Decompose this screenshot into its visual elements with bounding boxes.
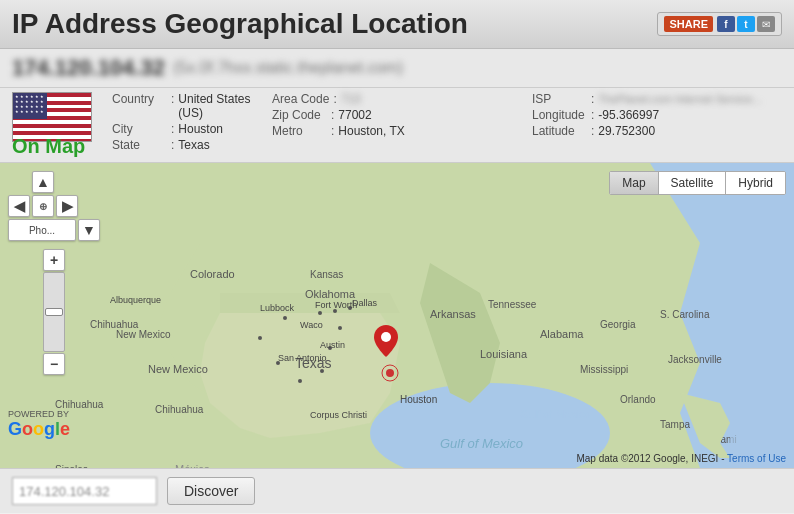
svg-point-27	[338, 326, 342, 330]
map-pin	[374, 325, 398, 361]
zoom-slider: + −	[8, 249, 100, 375]
map-data-text: Map data ©2012 Google, INEGI -	[576, 453, 724, 464]
nav-down-row: Pho... ▼	[8, 219, 100, 241]
terms-of-use-link[interactable]: Terms of Use	[727, 453, 786, 464]
city-value: Houston	[178, 122, 223, 136]
svg-text:Chihuahua: Chihuahua	[155, 404, 204, 415]
svg-text:Sinaloa: Sinaloa	[55, 464, 89, 468]
page-title: IP Address Geographical Location	[12, 8, 468, 40]
longitude-label: Longitude	[532, 108, 587, 122]
svg-point-31	[258, 336, 262, 340]
google-logo: POWERED BY Google	[8, 409, 70, 440]
zoom-thumb[interactable]	[45, 308, 63, 316]
map-footer: Map data ©2012 Google, INEGI - Terms of …	[576, 453, 786, 464]
share-label: SHARE	[664, 16, 713, 32]
on-map-label: On Map	[12, 135, 85, 158]
twitter-icon[interactable]: t	[737, 16, 755, 32]
state-value: Texas	[178, 138, 209, 152]
country-label: Country	[112, 92, 167, 106]
svg-text:Lubbock: Lubbock	[260, 303, 295, 313]
svg-text:México: México	[175, 463, 210, 468]
svg-text:New Mexico: New Mexico	[116, 329, 171, 340]
city-row: City : Houston	[112, 122, 262, 136]
area-code-row: Area Code : 713	[272, 92, 522, 106]
svg-text:Gulf of Mexico: Gulf of Mexico	[520, 408, 590, 420]
powered-by-text: POWERED BY	[8, 409, 69, 419]
photo-button[interactable]: Pho...	[8, 219, 76, 241]
zip-code-label: Zip Code	[272, 108, 327, 122]
svg-text:Louisiana: Louisiana	[480, 348, 528, 360]
info-mid: Area Code : 713 Zip Code : 77002 Metro :…	[272, 92, 522, 154]
svg-point-30	[283, 316, 287, 320]
metro-label: Metro	[272, 124, 327, 138]
info-section: ★★★★★★ ★★★★★★ ★★★★★★ ★★★★★★ Country : Un…	[0, 88, 794, 163]
svg-text:Austin: Austin	[320, 340, 345, 350]
zoom-in-button[interactable]: +	[43, 249, 65, 271]
nav-left-button[interactable]: ◀	[8, 195, 30, 217]
svg-text:Gulf of Mexico: Gulf of Mexico	[440, 436, 523, 451]
svg-text:Orlando: Orlando	[620, 394, 656, 405]
map-type-hybrid-button[interactable]: Hybrid	[726, 172, 785, 194]
share-button[interactable]: SHARE f t ✉	[657, 12, 782, 36]
facebook-icon[interactable]: f	[717, 16, 735, 32]
info-right: ISP : ThePlanet.com Internet Service... …	[532, 92, 782, 154]
metro-row: Metro : Houston, TX	[272, 124, 522, 138]
svg-text:Arkansas: Arkansas	[430, 308, 476, 320]
svg-text:Alabama: Alabama	[540, 328, 584, 340]
svg-text:Waco: Waco	[300, 320, 323, 330]
svg-text:Colorado: Colorado	[190, 268, 235, 280]
discover-button[interactable]: Discover	[167, 477, 255, 505]
svg-text:Mississippi: Mississippi	[580, 364, 628, 375]
nav-mid-row: ◀ ⊕ ▶	[8, 195, 100, 217]
zoom-out-button[interactable]: −	[43, 353, 65, 375]
state-label: State	[112, 138, 167, 152]
svg-point-48	[381, 332, 391, 342]
map-container[interactable]: Texas Houston Louisiana Gulf of Mexico N…	[0, 163, 794, 468]
map-type-satellite-button[interactable]: Satellite	[659, 172, 727, 194]
latitude-value: 29.752300	[598, 124, 655, 138]
city-label: City	[112, 122, 167, 136]
svg-point-33	[298, 379, 302, 383]
longitude-value: -95.366997	[598, 108, 659, 122]
ip-address: 174.120.104.32	[12, 55, 165, 81]
isp-row: ISP : ThePlanet.com Internet Service...	[532, 92, 782, 106]
svg-text:Tennessee: Tennessee	[488, 299, 537, 310]
svg-text:New Mexico: New Mexico	[148, 363, 208, 375]
latitude-row: Latitude : 29.752300	[532, 124, 782, 138]
svg-text:Kansas: Kansas	[310, 269, 343, 280]
map-type-map-button[interactable]: Map	[610, 172, 658, 194]
svg-text:San Antonio: San Antonio	[278, 353, 327, 363]
latitude-label: Latitude	[532, 124, 587, 138]
header: IP Address Geographical Location SHARE f…	[0, 0, 794, 49]
svg-text:Corpus Christi: Corpus Christi	[310, 410, 367, 420]
google-text: Google	[8, 419, 70, 440]
email-icon[interactable]: ✉	[757, 16, 775, 32]
svg-text:Oklahoma: Oklahoma	[305, 288, 356, 300]
area-code-value: 713	[341, 92, 361, 106]
svg-point-2	[386, 369, 394, 377]
svg-text:Fort Worth: Fort Worth	[315, 300, 357, 310]
nav-right-button[interactable]: ▶	[56, 195, 78, 217]
state-row: State : Texas	[112, 138, 262, 152]
area-code-label: Area Code	[272, 92, 329, 106]
bottom-bar: Discover	[0, 468, 794, 513]
zoom-track[interactable]	[43, 272, 65, 352]
nav-up-row: ▲	[8, 171, 100, 193]
longitude-row: Longitude : -95.366997	[532, 108, 782, 122]
nav-down-button[interactable]: ▼	[78, 219, 100, 241]
map-type-controls: Map Satellite Hybrid	[609, 171, 786, 195]
svg-text:Jacksonville: Jacksonville	[668, 354, 722, 365]
nav-center-button[interactable]: ⊕	[32, 195, 54, 217]
isp-label: ISP	[532, 92, 587, 106]
country-value: United States (US)	[178, 92, 262, 120]
ip-hostname: (5x.0f.7hxx.static.theplanet.com)	[173, 59, 403, 77]
ip-search-input[interactable]	[12, 477, 157, 505]
zip-code-value: 77002	[338, 108, 371, 122]
isp-value: ThePlanet.com Internet Service...	[598, 93, 761, 105]
map-background: Texas Houston Louisiana Gulf of Mexico N…	[0, 163, 794, 468]
metro-value: Houston, TX	[338, 124, 404, 138]
svg-point-29	[318, 311, 322, 315]
map-controls: ▲ ◀ ⊕ ▶ Pho... ▼ + −	[8, 171, 100, 375]
nav-up-button[interactable]: ▲	[32, 171, 54, 193]
zip-code-row: Zip Code : 77002	[272, 108, 522, 122]
